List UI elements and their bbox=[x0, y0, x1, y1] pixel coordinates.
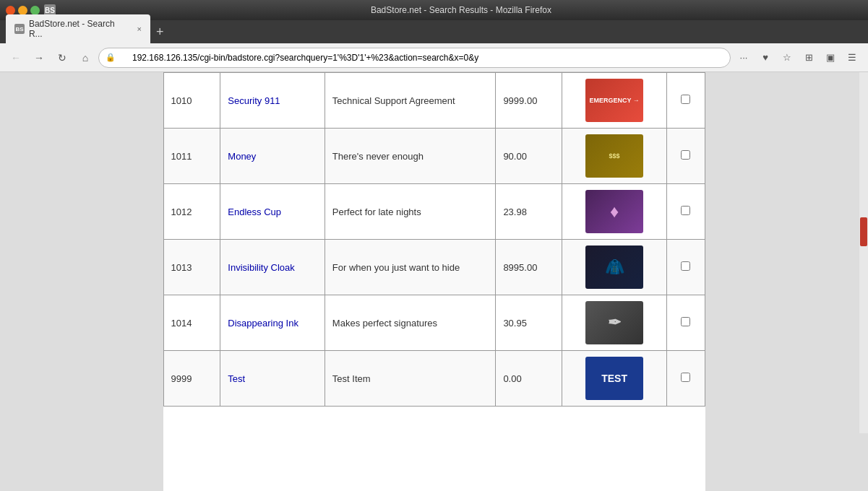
row-checkbox[interactable] bbox=[681, 150, 690, 160]
row-description: Technical Support Agreement bbox=[325, 73, 496, 129]
tab-favicon: BS bbox=[14, 24, 25, 34]
table-row: 1014 Disappearing Ink Makes perfect sign… bbox=[163, 295, 705, 351]
scrollbar-track[interactable] bbox=[859, 72, 868, 433]
tabbar: BS BadStore.net - Search R... × + bbox=[0, 20, 868, 43]
row-checkbox[interactable] bbox=[681, 317, 690, 326]
row-checkbox-cell[interactable] bbox=[666, 73, 705, 129]
row-image: ✒ bbox=[562, 295, 667, 351]
row-checkbox-cell[interactable] bbox=[666, 240, 705, 295]
nav-right-buttons: ··· ♥ ☆ ⊞ ▣ ☰ bbox=[734, 48, 862, 68]
row-checkbox-cell[interactable] bbox=[666, 184, 705, 240]
row-description: Test Item bbox=[325, 351, 496, 407]
table-row: 1012 Endless Cup Perfect for late nights… bbox=[163, 184, 705, 240]
row-name[interactable]: Money bbox=[220, 129, 325, 184]
bookmark-button[interactable]: ☆ bbox=[777, 48, 797, 68]
row-description: Perfect for late nights bbox=[325, 184, 496, 240]
row-checkbox-cell[interactable] bbox=[666, 129, 705, 184]
row-id: 1014 bbox=[163, 295, 220, 351]
minimize-window-button[interactable] bbox=[18, 6, 27, 15]
forward-button[interactable]: → bbox=[29, 48, 49, 68]
window-controls bbox=[6, 6, 40, 15]
menu-button[interactable]: ☰ bbox=[842, 48, 862, 68]
new-tab-button[interactable]: + bbox=[150, 20, 170, 43]
lock-icon: 🔒 bbox=[106, 53, 116, 62]
url-bar-wrapper: 🔒 bbox=[98, 48, 731, 68]
row-checkbox[interactable] bbox=[681, 261, 690, 271]
row-price: 8995.00 bbox=[496, 240, 562, 295]
maximize-window-button[interactable] bbox=[30, 6, 40, 15]
row-id: 1011 bbox=[163, 129, 220, 184]
row-price: 0.00 bbox=[496, 351, 562, 407]
row-name[interactable]: Disappearing Ink bbox=[220, 295, 325, 351]
table-row: 1013 Invisibility Cloak For when you jus… bbox=[163, 240, 705, 295]
row-id: 1013 bbox=[163, 240, 220, 295]
table-row: 9999 Test Test Item 0.00 TEST bbox=[163, 351, 705, 407]
table-row: 1011 Money There's never enough 90.00 $$… bbox=[163, 129, 705, 184]
row-id: 9999 bbox=[163, 351, 220, 407]
row-id: 1010 bbox=[163, 73, 220, 129]
row-checkbox-cell[interactable] bbox=[666, 351, 705, 407]
row-id: 1012 bbox=[163, 184, 220, 240]
row-price: 23.98 bbox=[496, 184, 562, 240]
row-name[interactable]: Security 911 bbox=[220, 73, 325, 129]
row-price: 90.00 bbox=[496, 129, 562, 184]
row-checkbox[interactable] bbox=[681, 373, 690, 382]
row-name[interactable]: Invisibility Cloak bbox=[220, 240, 325, 295]
reload-button[interactable]: ↻ bbox=[52, 48, 72, 68]
row-image: EMERGENCY → bbox=[562, 73, 667, 129]
url-bar[interactable] bbox=[98, 48, 731, 68]
window-title: BadStore.net - Search Results - Mozilla … bbox=[60, 5, 862, 15]
table-row: 1010 Security 911 Technical Support Agre… bbox=[163, 73, 705, 129]
row-description: For when you just want to hide bbox=[325, 240, 496, 295]
sidebar-button[interactable]: ▣ bbox=[820, 48, 841, 68]
scrollbar-thumb[interactable] bbox=[860, 217, 867, 246]
page-content: 1010 Security 911 Technical Support Agre… bbox=[163, 72, 705, 491]
row-checkbox[interactable] bbox=[681, 95, 690, 104]
row-image: ♦ bbox=[562, 184, 667, 240]
row-image: $$$ bbox=[562, 129, 667, 184]
close-window-button[interactable] bbox=[6, 6, 15, 15]
tab-close-icon[interactable]: × bbox=[137, 25, 142, 33]
row-name[interactable]: Endless Cup bbox=[220, 184, 325, 240]
row-price: 9999.00 bbox=[496, 73, 562, 129]
row-name[interactable]: Test bbox=[220, 351, 325, 407]
content-area: 1010 Security 911 Technical Support Agre… bbox=[0, 72, 868, 491]
row-description: There's never enough bbox=[325, 129, 496, 184]
row-description: Makes perfect signatures bbox=[325, 295, 496, 351]
row-checkbox-cell[interactable] bbox=[666, 295, 705, 351]
pocket-button[interactable]: ♥ bbox=[755, 48, 775, 68]
results-table: 1010 Security 911 Technical Support Agre… bbox=[163, 72, 705, 407]
home-button[interactable]: ⌂ bbox=[75, 48, 95, 68]
navbar: ← → ↻ ⌂ 🔒 ··· ♥ ☆ ⊞ ▣ ☰ bbox=[0, 43, 868, 72]
row-price: 30.95 bbox=[496, 295, 562, 351]
row-checkbox[interactable] bbox=[681, 206, 690, 215]
url-input[interactable] bbox=[121, 53, 723, 63]
more-button[interactable]: ··· bbox=[734, 48, 754, 68]
row-image: 🧥 bbox=[562, 240, 667, 295]
back-button[interactable]: ← bbox=[6, 48, 26, 68]
active-tab[interactable]: BS BadStore.net - Search R... × bbox=[6, 14, 150, 43]
tab-label: BadStore.net - Search R... bbox=[29, 19, 130, 39]
row-image: TEST bbox=[562, 351, 667, 407]
library-button[interactable]: ⊞ bbox=[799, 48, 819, 68]
